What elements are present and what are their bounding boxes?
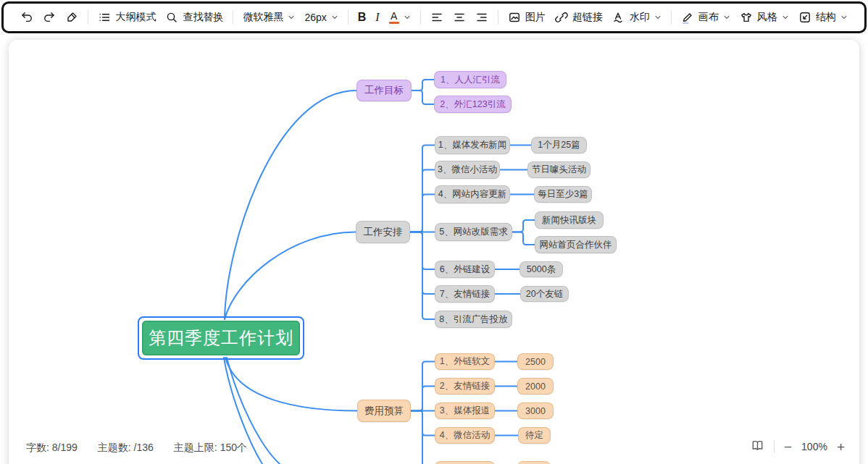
bold-label: B [358,11,367,24]
chevron-down-icon [840,14,848,21]
mindmap-node[interactable]: 20个友链 [520,286,569,302]
book-icon [751,439,764,452]
mindmap-node[interactable]: 1、人人汇引流 [434,71,506,88]
structure-label: 结构 [816,11,836,24]
outline-mode-button[interactable]: 大纲模式 [98,11,156,24]
font-family-value: 微软雅黑 [243,11,283,24]
font-size-select[interactable]: 26px [304,12,338,23]
toolbar-separator [348,10,349,25]
mindmap-node[interactable]: 5000条 [519,261,563,277]
find-replace-label: 查找替换 [183,11,223,24]
outline-mode-label: 大纲模式 [115,11,156,24]
search-icon [165,11,178,24]
mindmap-node[interactable]: 1、媒体发布新闻 [435,136,510,154]
mindmap-node[interactable]: 网站首页合作伙伴 [535,236,617,253]
zoom-level: 100% [801,441,827,452]
tshirt-icon [740,11,753,24]
mindmap-node[interactable]: 7、友情链接 [435,285,495,303]
mindmap-node[interactable]: 6、外链建设 [435,261,495,278]
format-painter-button[interactable] [65,11,78,24]
mindmap-node[interactable]: 新闻快讯版块 [535,211,604,229]
chevron-down-icon [782,14,789,21]
mindmap-node[interactable]: 3000 [517,402,554,419]
align-center-button[interactable] [453,11,466,24]
mindmap-root-node[interactable]: 第四季度工作计划 [142,321,300,355]
mindmap-node[interactable]: 每日至少3篇 [534,186,592,203]
mindmap-node[interactable]: 待定 [518,427,551,444]
mindmap-branch-node[interactable]: 费用预算 [357,400,411,422]
redo-icon [43,11,56,24]
mindmap-node[interactable]: 1、外链软文 [435,353,495,370]
mindmap-node-partial[interactable] [435,461,495,464]
canvas-button[interactable]: 画布 [681,11,730,24]
mindmap-node[interactable]: 3、微信小活动 [435,161,500,179]
chevron-down-icon [331,14,338,21]
align-center-icon [453,11,466,24]
mindmap-node[interactable]: 5、网站改版需求 [435,223,512,241]
image-icon [508,11,521,24]
align-right-button[interactable] [475,11,488,24]
link-icon [555,11,568,24]
image-button[interactable]: 图片 [508,11,546,24]
mindmap-node[interactable]: 8、引流广告投放 [435,311,512,328]
image-label: 图片 [525,11,546,24]
status-separator [774,440,775,453]
word-count: 字数: 8/199 [26,442,78,455]
toolbar: 大纲模式 查找替换 微软雅黑 26px B I A 图片 超链接 [1,1,867,33]
mindmap-node-partial[interactable] [517,461,551,464]
align-right-icon [475,11,488,24]
hyperlink-label: 超链接 [572,11,603,24]
mindmap-node[interactable]: 2、外汇123引流 [434,96,512,113]
topic-limit: 主题上限: 150个 [174,442,247,455]
style-button[interactable]: 风格 [740,11,789,24]
mindmap-branch-node[interactable]: 工作目标 [356,80,412,101]
italic-label: I [375,11,379,24]
mindmap-layer: 第四季度工作计划 工作目标 1、人人汇引流 2、外汇123引流 工作安排 1、媒… [9,40,859,464]
undo-button[interactable] [20,11,33,24]
mindmap-node[interactable]: 2、友情链接 [435,378,495,395]
mindmap-node[interactable]: 4、微信活动 [435,427,495,444]
undo-icon [20,11,33,24]
mindmap-node[interactable]: 2500 [517,353,554,370]
structure-button[interactable]: 结构 [798,11,848,24]
status-bar: 字数: 8/199 主题数: /136 主题上限: 150个 [26,442,247,455]
hyperlink-button[interactable]: 超链接 [555,11,603,24]
zoom-in-button[interactable]: + [837,440,845,454]
chevron-down-icon [654,14,662,21]
mindmap-node[interactable]: 3、媒体报道 [435,402,495,419]
mindmap-node[interactable]: 节日噱头活动 [527,161,591,178]
watermark-label: 水印 [630,11,650,24]
font-color-swatch [389,22,399,24]
zoom-out-button[interactable]: − [784,440,792,454]
redo-button[interactable] [43,11,56,24]
bold-button[interactable]: B [358,11,367,24]
watermark-icon [612,11,625,24]
mindmap-branch-node[interactable]: 工作安排 [356,221,410,243]
chevron-down-icon [723,14,730,21]
mindmap-node[interactable]: 1个月25篇 [531,137,587,153]
mindmap-node[interactable]: 4、网站内容更新 [435,185,510,203]
align-left-icon [430,11,443,24]
font-size-value: 26px [304,12,326,23]
font-family-select[interactable]: 微软雅黑 [243,11,295,24]
font-color-icon: A [389,11,399,24]
pen-icon [681,11,694,24]
minimap-button[interactable] [751,439,764,455]
watermark-button[interactable]: 水印 [612,11,662,24]
format-painter-icon [65,11,78,24]
structure-icon [798,11,811,24]
mindmap-canvas[interactable]: 第四季度工作计划 工作目标 1、人人汇引流 2、外汇123引流 工作安排 1、媒… [9,40,859,464]
outline-list-icon [98,11,111,24]
toolbar-separator [420,10,421,25]
chevron-down-icon [404,14,411,21]
chevron-down-icon [288,14,295,21]
canvas-label: 画布 [698,11,719,24]
toolbar-separator [88,10,88,25]
zoom-controls: − 100% + [751,439,845,455]
font-color-button[interactable]: A [389,11,411,24]
toolbar-separator [498,10,498,25]
find-replace-button[interactable]: 查找替换 [165,11,223,24]
italic-button[interactable]: I [375,11,379,24]
align-left-button[interactable] [430,11,443,24]
mindmap-node[interactable]: 2000 [517,378,554,395]
